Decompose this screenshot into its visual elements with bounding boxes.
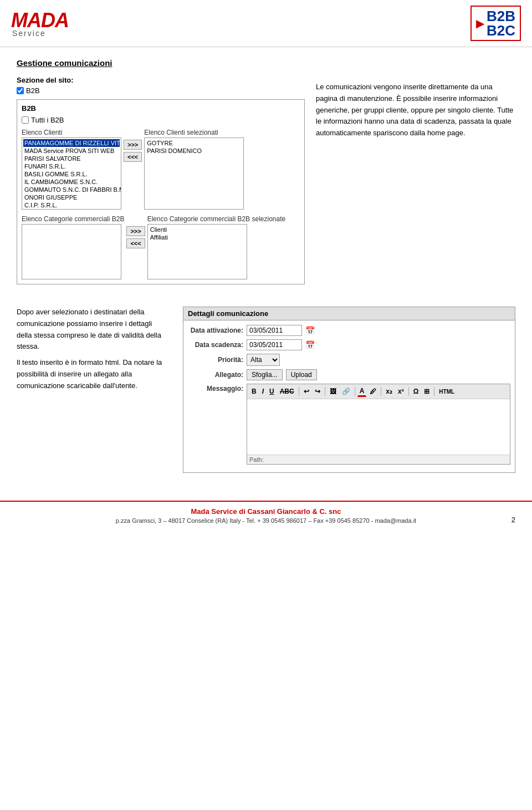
separator5: [408, 387, 409, 396]
client-list-box[interactable]: PANAMAGOMME DI RIZZELLI VITO MADA Servic…: [22, 137, 121, 210]
move-right-button[interactable]: >>>: [124, 140, 142, 150]
data-attivazione-row: Data attivazione: 📅: [188, 325, 510, 336]
font-color-button[interactable]: A: [357, 386, 367, 397]
client-list-label: Elenco Clienti: [22, 129, 121, 136]
priorita-select[interactable]: Alta Media Bassa: [247, 354, 280, 366]
separator2: [325, 387, 325, 396]
bottom-description: Dopo aver selezionato i destinatari dell…: [17, 307, 166, 473]
main-content: Gestione comunicazioni Sezione del sito:…: [0, 47, 532, 484]
list-item[interactable]: IL CAMBIAGOMME S.N.C.: [23, 178, 120, 186]
tutti-label: Tutti i B2B: [31, 116, 64, 124]
header: MADA Service ▶ B2B B2C: [0, 0, 532, 47]
list-item[interactable]: GOMMAUTO S.N.C. DI FABBRI B.M.: [23, 186, 120, 193]
description-top: Le comunicazioni vengono inserite dirett…: [316, 76, 515, 290]
strikethrough-button[interactable]: ABC: [278, 386, 296, 396]
redo-button[interactable]: ↪: [313, 386, 323, 396]
category-list-label: Elenco Categorie commerciali B2B: [22, 215, 124, 223]
mada-logo-text: MADA: [11, 9, 69, 32]
b2b-arrow-icon: ▶: [476, 17, 484, 30]
bottom-section: Dopo aver selezionato i destinatari dell…: [17, 307, 515, 473]
list-item[interactable]: GOTYRE: [146, 139, 242, 147]
client-lists-row: Elenco Clienti PANAMAGOMME DI RIZZELLI V…: [22, 129, 300, 210]
b2b-box-title: B2B: [22, 104, 300, 113]
italic-button[interactable]: I: [260, 386, 266, 396]
list-item[interactable]: DE VINCENZI PAOLO: [23, 209, 120, 210]
list-item[interactable]: ONORI GIUSEPPE: [23, 193, 120, 201]
footer-company: Mada Service di Cassani Giancarlo & C. s…: [11, 507, 521, 516]
bold-button[interactable]: B: [249, 386, 259, 396]
upload-button[interactable]: Upload: [286, 369, 317, 380]
tutti-checkbox[interactable]: [22, 116, 29, 124]
list-item[interactable]: MADA Service PROVA SITI WEB: [23, 147, 120, 155]
calendar-icon-attivazione[interactable]: 📅: [305, 326, 315, 335]
list-item[interactable]: FUNARI S.R.L.: [23, 162, 120, 170]
list-item[interactable]: PANAMAGOMME DI RIZZELLI VITO: [23, 139, 120, 147]
b2b-box: B2B Tutti i B2B Elenco Clienti PANAMAGOM…: [17, 99, 305, 284]
category-arrows: >>> <<<: [126, 215, 145, 248]
separator4: [381, 387, 381, 396]
table-button[interactable]: ⊞: [422, 386, 432, 396]
editor-toolbar: B I U ABC ↩ ↪ 🖼 🔗 A 🖊: [247, 384, 510, 399]
separator1: [299, 387, 299, 396]
highlight-button[interactable]: 🖊: [367, 386, 378, 396]
list-item[interactable]: Clienti: [149, 226, 245, 233]
top-section: Sezione del sito: B2B B2B Tutti i B2B El…: [17, 76, 515, 290]
editor-content[interactable]: [247, 399, 510, 455]
b2b-checkbox[interactable]: [17, 87, 24, 94]
dettagli-box: Dettagli comunicazione Data attivazione:…: [183, 307, 515, 473]
data-scadenza-label: Data scadenza:: [188, 341, 243, 349]
messaggio-row: Messaggio: B I U ABC ↩ ↪ 🖼 🔗: [188, 384, 510, 465]
page-title: Gestione comunicazioni: [17, 58, 515, 68]
tutti-row: Tutti i B2B: [22, 116, 300, 124]
undo-button[interactable]: ↩: [301, 386, 311, 396]
calendar-icon-scadenza[interactable]: 📅: [305, 340, 315, 349]
sezione-label: Sezione del sito:: [17, 76, 305, 84]
data-attivazione-label: Data attivazione:: [188, 327, 243, 334]
allegato-label: Allegato:: [188, 371, 243, 379]
client-selected-panel: Elenco Clienti selezionati GOTYRE PARISI…: [144, 129, 244, 210]
footer: Mada Service di Cassani Giancarlo & C. s…: [0, 501, 532, 529]
underline-button[interactable]: U: [267, 386, 277, 396]
sfoglia-button[interactable]: Sfoglia...: [247, 369, 283, 380]
list-item[interactable]: PARISI DOMENICO: [146, 147, 242, 155]
special-chars-button[interactable]: Ω: [411, 386, 421, 396]
b2b-logo: ▶ B2B B2C: [470, 6, 521, 41]
description-bottom-2: Il testo inserito è in formato html. Da …: [17, 357, 166, 391]
category-list-box[interactable]: [22, 224, 121, 279]
dettagli-form: Data attivazione: 📅 Data scadenza: 📅 Pri…: [183, 320, 515, 472]
b2b-line1: B2B: [487, 9, 515, 23]
client-list-panel: Elenco Clienti PANAMAGOMME DI RIZZELLI V…: [22, 129, 121, 210]
link-button[interactable]: 🔗: [340, 386, 352, 396]
b2b-checkbox-label: B2B: [26, 86, 40, 95]
separator3: [355, 387, 355, 396]
category-move-left-button[interactable]: <<<: [126, 238, 145, 248]
data-scadenza-input[interactable]: [247, 339, 302, 350]
category-list-panel: Elenco Categorie commerciali B2B: [22, 215, 124, 279]
dettagli-title: Dettagli comunicazione: [183, 307, 515, 320]
category-move-right-button[interactable]: >>>: [126, 226, 145, 236]
category-selected-box[interactable]: Clienti Affiliati: [147, 224, 247, 279]
image-button[interactable]: 🖼: [328, 386, 339, 396]
category-selected-label: Elenco Categorie commerciali B2B selezio…: [147, 215, 285, 223]
path-label: Path:: [249, 456, 264, 463]
footer-wrapper: Mada Service di Cassani Giancarlo & C. s…: [0, 501, 532, 529]
priorita-label: Priorità:: [188, 356, 243, 364]
superscript-button[interactable]: x²: [396, 386, 406, 396]
client-selected-label: Elenco Clienti selezionati: [144, 129, 244, 136]
allegato-row: Allegato: Sfoglia... Upload: [188, 369, 510, 380]
move-left-button[interactable]: <<<: [124, 152, 142, 162]
list-item[interactable]: Affiliati: [149, 233, 245, 241]
messaggio-label: Messaggio:: [188, 384, 243, 393]
client-selected-box[interactable]: GOTYRE PARISI DOMENICO: [144, 137, 244, 210]
data-attivazione-input[interactable]: [247, 325, 302, 336]
data-scadenza-row: Data scadenza: 📅: [188, 339, 510, 350]
html-button[interactable]: HTML: [437, 388, 457, 396]
list-item[interactable]: PARISI SALVATORE: [23, 155, 120, 162]
subscript-button[interactable]: x₂: [383, 386, 395, 396]
list-item[interactable]: BASILI GOMME S.R.L.: [23, 170, 120, 178]
separator6: [434, 387, 434, 396]
description-bottom-1: Dopo aver selezionato i destinatari dell…: [17, 307, 166, 353]
list-item[interactable]: C.I.P. S.R.L.: [23, 201, 120, 209]
footer-address: p.zza Gramsci, 3 – 48017 Conselice (RA) …: [11, 517, 521, 524]
b2b-line2: B2C: [487, 23, 515, 38]
